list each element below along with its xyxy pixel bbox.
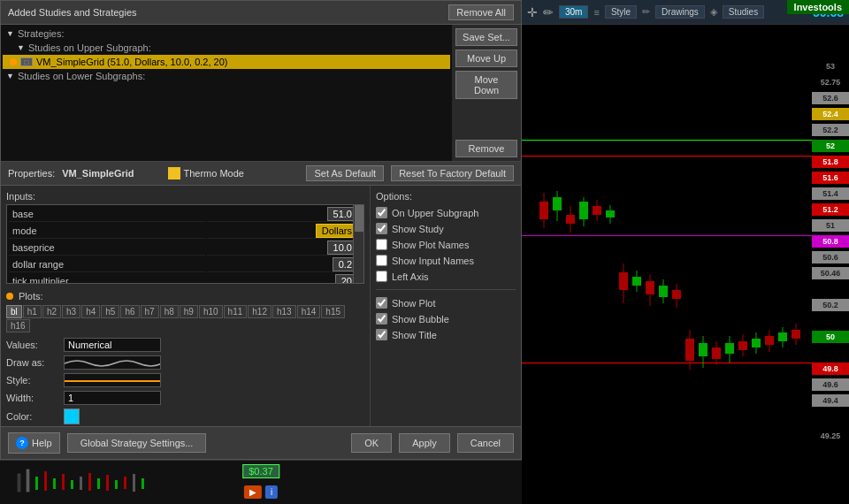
reset-factory-button[interactable]: Reset To Factory Default (391, 165, 514, 181)
price-level: 53 (812, 60, 849, 73)
table-row: base 51.0 (9, 207, 362, 222)
left-axis-row: Left Axis (376, 271, 516, 282)
props-body: Inputs: base 51.0 mode Dollars baseprice (1, 186, 521, 426)
ok-button[interactable]: OK (351, 433, 392, 453)
price-level: 52.2 (812, 124, 849, 136)
study-item[interactable]: □ VM_SimpleGrid (51.0, Dollars, 10.0, 0.… (3, 55, 450, 69)
apply-button[interactable]: Apply (399, 433, 450, 453)
color-row: Color: (6, 409, 364, 424)
svg-rect-45 (53, 478, 56, 489)
price-level: 51.6 (812, 172, 849, 184)
studies-side-buttons: Save Set... Move Up Move Down Remove (452, 25, 521, 161)
plot-tab-bl[interactable]: bl (6, 305, 22, 318)
studies-dialog: Added Studies and Strategies Remove All … (0, 0, 522, 460)
plot-tab-h7[interactable]: h7 (141, 305, 159, 318)
price-level: 52.75 (812, 76, 849, 88)
show-input-names-label: Show Input Names (392, 256, 474, 266)
plot-tab-h5[interactable]: h5 (101, 305, 119, 318)
plot-tab-h3[interactable]: h3 (62, 305, 80, 318)
left-axis-checkbox[interactable] (376, 271, 387, 282)
help-button[interactable]: ? Help (8, 432, 60, 454)
bottom-icons: ▶ i (244, 485, 278, 499)
set-as-default-button[interactable]: Set As Default (306, 165, 384, 181)
show-plot-names-checkbox[interactable] (376, 239, 387, 250)
studies-icon: ◈ (710, 6, 717, 18)
plot-tab-h11[interactable]: h11 (224, 305, 248, 318)
plot-tab-h2[interactable]: h2 (42, 305, 61, 318)
thermo-icon (168, 167, 180, 179)
svg-rect-44 (44, 471, 47, 491)
inputs-scrollbar[interactable] (353, 205, 363, 283)
move-up-button[interactable]: Move Up (455, 50, 517, 67)
chart-pencil-icon: ✏ (543, 5, 554, 19)
show-bubble-checkbox[interactable] (376, 313, 387, 325)
show-title-checkbox[interactable] (376, 329, 387, 340)
plot-tab-h1[interactable]: h1 (23, 305, 42, 318)
width-input[interactable] (64, 391, 161, 405)
plots-section: Plots: blh1h2h3h4h5h6h7h8h9h10h11h12h13h… (6, 291, 364, 424)
lower-subgraph-group: ▼ Studies on Lower Subgraphs: (3, 69, 450, 83)
show-study-checkbox[interactable] (376, 223, 387, 234)
save-set-button[interactable]: Save Set... (455, 28, 517, 46)
show-plot-checkbox[interactable] (376, 297, 387, 309)
move-down-button[interactable]: Move Down (455, 71, 517, 99)
plot-tab-h8[interactable]: h8 (160, 305, 179, 318)
svg-rect-30 (725, 343, 734, 354)
left-panel: Inputs: base 51.0 mode Dollars baseprice (1, 186, 371, 426)
color-swatch[interactable] (64, 409, 80, 424)
table-row: tick multiplier 20 (9, 274, 362, 284)
timeframe-button[interactable]: 30m (559, 5, 588, 19)
price-level: 49.6 (812, 378, 849, 391)
cancel-button[interactable]: Cancel (457, 433, 514, 453)
show-input-names-row: Show Input Names (376, 255, 516, 266)
remove-all-button[interactable]: Remove All (448, 4, 514, 20)
values-input[interactable] (64, 338, 161, 352)
plot-tab-h10[interactable]: h10 (199, 305, 223, 318)
svg-rect-4 (553, 197, 562, 210)
help-icon: ? (16, 437, 28, 449)
remove-button[interactable]: Remove (455, 140, 517, 157)
drawings-button[interactable]: Drawings (655, 5, 705, 19)
svg-rect-20 (659, 286, 668, 297)
input-value-mode: Dollars (207, 224, 362, 239)
studies-button[interactable]: Studies (723, 5, 764, 19)
plot-tab-h9[interactable]: h9 (180, 305, 198, 318)
inputs-table: base 51.0 mode Dollars baseprice 10.0 (7, 205, 363, 284)
chart-inner: 5352.7552.652.452.25251.851.651.451.2515… (522, 25, 849, 504)
divider (376, 289, 516, 290)
plot-tab-h16[interactable]: h16 (6, 319, 30, 332)
style-wave (64, 373, 161, 387)
svg-rect-48 (80, 477, 82, 490)
style-button[interactable]: Style (605, 5, 637, 19)
svg-rect-46 (62, 474, 65, 490)
table-row: mode Dollars (9, 224, 362, 239)
svg-rect-54 (133, 474, 135, 492)
plot-tab-h14[interactable]: h14 (297, 305, 321, 318)
svg-rect-53 (124, 477, 126, 489)
properties-bar: Properties: VM_SimpleGrid Thermo Mode Se… (1, 162, 521, 186)
input-name-base: base (9, 207, 205, 222)
price-level: 51.8 (812, 156, 849, 168)
svg-rect-41 (18, 474, 20, 492)
global-strategy-button[interactable]: Global Strategy Settings... (67, 433, 207, 453)
price-level: 50.8 (812, 235, 849, 248)
price-badge: $0.37 (242, 464, 279, 478)
show-plot-label: Show Plot (392, 298, 436, 309)
plot-tab-h13[interactable]: h13 (272, 305, 296, 318)
bottom-chart-inner: $0.37 ▶ i (0, 461, 522, 504)
svg-rect-8 (579, 202, 588, 219)
plot-tab-h6[interactable]: h6 (120, 305, 139, 318)
plot-tab-h4[interactable]: h4 (81, 305, 100, 318)
on-upper-subgraph-checkbox[interactable] (376, 207, 387, 218)
on-upper-subgraph-row: On Upper Subgraph (376, 207, 516, 218)
plot-properties: Values: Draw as: Style: (6, 338, 364, 424)
price-level: 52.6 (812, 92, 849, 104)
show-input-names-checkbox[interactable] (376, 255, 387, 266)
input-value-base: 51.0 (207, 207, 362, 222)
svg-rect-40 (792, 330, 800, 339)
svg-rect-26 (699, 343, 708, 356)
scrollbar-thumb (355, 205, 363, 232)
svg-rect-2 (539, 202, 548, 219)
plot-tab-h12[interactable]: h12 (248, 305, 272, 318)
plot-tab-h15[interactable]: h15 (321, 305, 345, 318)
